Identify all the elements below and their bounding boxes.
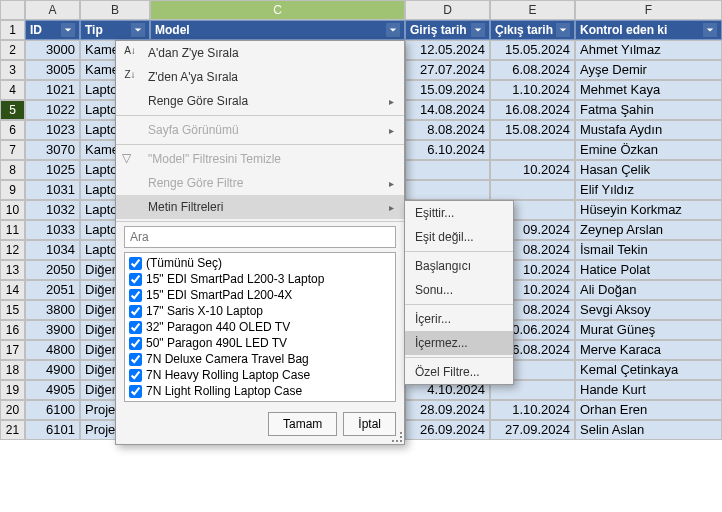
column-header-çıkış-tarih[interactable]: Çıkış tarih [490, 20, 575, 40]
cell-id[interactable]: 1032 [25, 200, 80, 220]
cell-id[interactable]: 4905 [25, 380, 80, 400]
cell-id[interactable]: 3900 [25, 320, 80, 340]
submenu-not-contains[interactable]: İçermez... [405, 331, 513, 355]
cell-who[interactable]: Mehmet Kaya [575, 80, 722, 100]
cell-id[interactable]: 1025 [25, 160, 80, 180]
cell-out[interactable]: 1.10.2024 [490, 80, 575, 100]
row-header[interactable]: 15 [0, 300, 25, 320]
cell-out[interactable] [490, 140, 575, 160]
col-letter-f[interactable]: F [575, 0, 722, 20]
menu-sort-za[interactable]: Z↓Z'den A'ya Sırala [116, 65, 404, 89]
cell-in[interactable] [405, 180, 490, 200]
filter-dropdown-icon[interactable] [131, 23, 145, 37]
check-item[interactable]: 15" EDI SmartPad L200-4X [127, 287, 393, 303]
checkbox[interactable] [129, 257, 142, 270]
ok-button[interactable]: Tamam [268, 412, 337, 436]
filter-dropdown-icon[interactable] [471, 23, 485, 37]
cell-who[interactable]: Emine Özkan [575, 140, 722, 160]
row-header[interactable]: 21 [0, 420, 25, 440]
row-header[interactable]: 11 [0, 220, 25, 240]
menu-sort-color[interactable]: Renge Göre Sırala [116, 89, 404, 113]
column-header-giriş-tarih[interactable]: Giriş tarih [405, 20, 490, 40]
cell-who[interactable]: Elif Yıldız [575, 180, 722, 200]
submenu-contains[interactable]: İçerir... [405, 307, 513, 331]
checkbox[interactable] [129, 289, 142, 302]
checkbox[interactable] [129, 273, 142, 286]
cell-in[interactable]: 26.09.2024 [405, 420, 490, 440]
filter-dropdown-icon[interactable] [703, 23, 717, 37]
submenu-ends[interactable]: Sonu... [405, 278, 513, 302]
row-header[interactable]: 12 [0, 240, 25, 260]
cell-in[interactable]: 8.08.2024 [405, 120, 490, 140]
checkbox[interactable] [129, 305, 142, 318]
checkbox[interactable] [129, 337, 142, 350]
row-header[interactable]: 14 [0, 280, 25, 300]
check-item[interactable]: 17" Saris X-10 Laptop [127, 303, 393, 319]
row-header[interactable]: 10 [0, 200, 25, 220]
checkbox[interactable] [129, 385, 142, 398]
resize-handle-icon[interactable] [392, 432, 402, 442]
cell-out[interactable]: 15.05.2024 [490, 40, 575, 60]
cell-id[interactable]: 1031 [25, 180, 80, 200]
cell-who[interactable]: Hande Kurt [575, 380, 722, 400]
cell-in[interactable]: 15.09.2024 [405, 80, 490, 100]
submenu-equals[interactable]: Eşittir... [405, 201, 513, 225]
cell-out[interactable]: 15.08.2024 [490, 120, 575, 140]
cell-who[interactable]: Murat Güneş [575, 320, 722, 340]
cell-id[interactable]: 3005 [25, 60, 80, 80]
cell-id[interactable]: 6101 [25, 420, 80, 440]
check-item[interactable]: 7N Heavy Rolling Laptop Case [127, 367, 393, 383]
cell-who[interactable]: Sevgi Aksoy [575, 300, 722, 320]
row-header[interactable]: 8 [0, 160, 25, 180]
row-header[interactable]: 7 [0, 140, 25, 160]
submenu-custom[interactable]: Özel Filtre... [405, 360, 513, 384]
submenu-not-equal[interactable]: Eşit değil... [405, 225, 513, 249]
row-header[interactable]: 4 [0, 80, 25, 100]
filter-search-input[interactable] [124, 226, 396, 248]
cell-who[interactable]: Mustafa Aydın [575, 120, 722, 140]
row-header[interactable]: 16 [0, 320, 25, 340]
cell-id[interactable]: 3070 [25, 140, 80, 160]
filter-dropdown-icon[interactable] [61, 23, 75, 37]
check-item[interactable]: 15" EDI SmartPad L200-3 Laptop [127, 271, 393, 287]
cell-id[interactable]: 1034 [25, 240, 80, 260]
cell-id[interactable]: 1033 [25, 220, 80, 240]
cell-who[interactable]: Hüseyin Korkmaz [575, 200, 722, 220]
cell-id[interactable]: 4800 [25, 340, 80, 360]
column-header-id[interactable]: ID [25, 20, 80, 40]
cell-id[interactable]: 1022 [25, 100, 80, 120]
check-item[interactable]: 7N Deluxe Camera Travel Bag [127, 351, 393, 367]
cell-id[interactable]: 4900 [25, 360, 80, 380]
cell-in[interactable]: 14.08.2024 [405, 100, 490, 120]
cell-who[interactable]: Orhan Eren [575, 400, 722, 420]
checkbox[interactable] [129, 321, 142, 334]
column-header-model[interactable]: Model [150, 20, 405, 40]
filter-dropdown-icon[interactable] [556, 23, 570, 37]
cell-out[interactable]: 10.2024 [490, 160, 575, 180]
column-header-kontrol-eden-ki[interactable]: Kontrol eden ki [575, 20, 722, 40]
cell-in[interactable]: 28.09.2024 [405, 400, 490, 420]
row-header[interactable]: 1 [0, 20, 25, 40]
row-header[interactable]: 3 [0, 60, 25, 80]
filter-check-list[interactable]: (Tümünü Seç) 15" EDI SmartPad L200-3 Lap… [124, 252, 396, 402]
cell-id[interactable]: 3000 [25, 40, 80, 60]
checkbox[interactable] [129, 369, 142, 382]
col-letter-a[interactable]: A [25, 0, 80, 20]
col-letter-b[interactable]: B [80, 0, 150, 20]
cell-who[interactable]: Merve Karaca [575, 340, 722, 360]
cell-who[interactable]: Zeynep Arslan [575, 220, 722, 240]
cell-in[interactable]: 12.05.2024 [405, 40, 490, 60]
cell-id[interactable]: 1023 [25, 120, 80, 140]
row-header[interactable]: 19 [0, 380, 25, 400]
cancel-button[interactable]: İptal [343, 412, 396, 436]
menu-text-filters[interactable]: Metin Filtreleri [116, 195, 404, 219]
submenu-begins[interactable]: Başlangıcı [405, 254, 513, 278]
checkbox[interactable] [129, 353, 142, 366]
col-letter-c[interactable]: C [150, 0, 405, 20]
row-header[interactable]: 5 [0, 100, 25, 120]
cell-who[interactable]: Kemal Çetinkaya [575, 360, 722, 380]
cell-who[interactable]: Ali Doğan [575, 280, 722, 300]
row-header[interactable]: 18 [0, 360, 25, 380]
cell-out[interactable]: 16.08.2024 [490, 100, 575, 120]
row-header[interactable]: 17 [0, 340, 25, 360]
